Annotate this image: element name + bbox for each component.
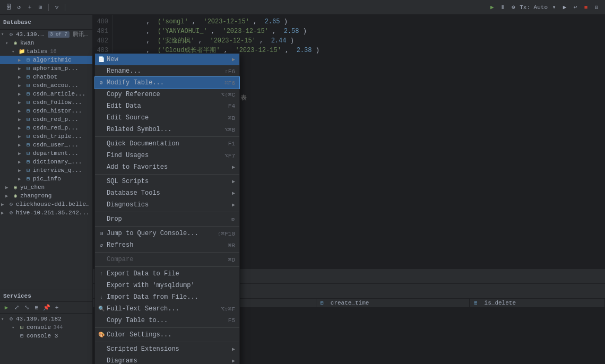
db-icon: ◉ (12, 39, 19, 47)
tx-dropdown-icon[interactable]: ▾ (550, 3, 558, 12)
server-clickhouse[interactable]: ▶ ⊙ clickhouse-ddl.belle... (0, 200, 92, 209)
refresh-icon[interactable]: ↺ (15, 3, 23, 12)
table-csdn-follow[interactable]: ▶ ⊞ csdn_follow... (0, 98, 92, 107)
menu-item-export-mysqldump[interactable]: Export with 'mysqldump' (95, 280, 239, 291)
toolbar-sep2 (65, 4, 65, 11)
services-group-btn[interactable]: ⊞ (32, 304, 41, 312)
menu-item-quick-doc[interactable]: Quick Documentation F1 (95, 138, 239, 150)
table-pic-info[interactable]: ▶ ⊞ pic_info (0, 175, 92, 183)
table-csdn-histor[interactable]: ▶ ⊞ csdn_histor... (0, 107, 92, 115)
debug-icon[interactable]: ⏸ (498, 3, 507, 12)
database-icon[interactable]: 🗄 (4, 3, 13, 12)
tables-group[interactable]: ▾ 📁 tables 16 (0, 47, 92, 56)
console-arrow: ▾ (12, 325, 17, 331)
services-collapse-btn[interactable]: ⤡ (22, 304, 31, 312)
algo-arrow: ▶ (18, 57, 23, 63)
services-server-row[interactable]: ▾ ⊙ 43.139.90.182 (0, 315, 92, 323)
pic-arrow: ▶ (18, 176, 23, 182)
console-label: console (27, 324, 51, 331)
table-icon[interactable]: ⊞ (36, 3, 45, 12)
menu-item-import-file[interactable]: ↓ Import Data from File... (95, 291, 239, 303)
services-pin-btn[interactable]: 📌 (42, 304, 51, 312)
table-interview[interactable]: ▶ ⊞ interview_q... (0, 166, 92, 175)
table-csdn-user[interactable]: ▶ ⊞ csdn_user_... (0, 141, 92, 149)
table-department[interactable]: ▶ ⊞ department... (0, 149, 92, 158)
server-hive[interactable]: ▶ ⊙ hive-10.251.35.242... (0, 209, 92, 217)
menu-sep-5 (95, 252, 239, 253)
settings-icon[interactable]: ⚙ (509, 3, 517, 12)
server-arrow: ▾ (1, 31, 6, 37)
rollback-icon[interactable]: ↩ (571, 3, 580, 12)
menu-db-tools-label: Database Tools (107, 189, 230, 197)
server-ip: 43.139.90.182 (16, 31, 47, 38)
table-algorithmic[interactable]: ▶ ⊞ algorithmic (0, 56, 92, 64)
table-csdn-triple[interactable]: ▶ ⊞ csdn_triple... (0, 132, 92, 141)
menu-item-modify[interactable]: ⚙ Modify Table... ⌘F6 (95, 77, 239, 89)
menu-item-fulltext-search[interactable]: 🔍 Full-Text Search... ⌥⇧⌘F (95, 303, 239, 315)
new-query-icon[interactable]: + (25, 3, 34, 12)
menu-diagnostics-arrow: ▶ (232, 202, 235, 208)
col-is-delete-icon: ⊞ (474, 300, 477, 306)
menu-item-jump-console[interactable]: ⊟ Jump to Query Console... ⇧⌘F10 (95, 228, 239, 239)
menu-item-rename[interactable]: Rename... ⇧F6 (95, 65, 239, 77)
services-expand-btn[interactable]: ⤢ (12, 304, 21, 312)
table-icon-csdnr1: ⊞ (24, 116, 32, 123)
stop-icon[interactable]: ■ (582, 3, 590, 12)
menu-item-export-file[interactable]: ↑ Export Data to File (95, 268, 239, 280)
services-console-row[interactable]: ▾ ⊟ console 344 (0, 323, 92, 332)
menu-refresh-shortcut: ⌘R (228, 242, 235, 249)
menu-item-sql-scripts[interactable]: SQL Scripts ▶ (95, 176, 239, 187)
code-line-481: , ('YANYAOHUI_' , '2023-12-15' , 2.58 ) (119, 27, 599, 36)
menu-diagnostics-label: Diagnostics (107, 201, 230, 209)
table-chatbot[interactable]: ▶ ⊞ chatbot (0, 73, 92, 81)
run-icon[interactable]: ▶ (488, 3, 496, 12)
menu-item-diagnostics[interactable]: Diagnostics ▶ (95, 199, 239, 211)
menu-sql-scripts-arrow: ▶ (232, 178, 235, 185)
commit-icon[interactable]: ▶ (560, 3, 569, 12)
db-yuchen[interactable]: ▶ ◉ yu_chen (0, 183, 92, 192)
menu-sep-4 (95, 226, 239, 227)
menu-new-label: New (107, 56, 230, 63)
menu-rename-shortcut: ⇧F6 (224, 68, 235, 75)
zhangrong-label: zhangrong (20, 193, 51, 199)
menu-item-edit-source[interactable]: Edit Source ⌘B (95, 112, 239, 124)
services-console-sub[interactable]: ⊟ console 3 (0, 332, 92, 340)
table-aphorism[interactable]: ▶ ⊞ aphorism_p... (0, 64, 92, 73)
menu-item-edit-data[interactable]: Edit Data F4 (95, 100, 239, 112)
services-run-btn[interactable]: ▶ (2, 304, 11, 312)
menu-item-refresh[interactable]: ↺ Refresh ⌘R (95, 239, 239, 251)
str-date481: '2023-12-15' (222, 28, 268, 35)
menu-export-mysqldump-label: Export with 'mysqldump' (107, 282, 235, 289)
menu-item-find-usages[interactable]: Find Usages ⌥F7 (95, 150, 239, 161)
table-csdn-accou[interactable]: ▶ ⊞ csdn_accou... (0, 81, 92, 90)
table-dictionary[interactable]: ▶ ⊞ dictionary_... (0, 158, 92, 166)
csdna-arrow: ▶ (18, 83, 23, 89)
table-csdn-red2[interactable]: ▶ ⊞ csdn_red_p... (0, 124, 92, 132)
csdnar-label: csdn_article... (33, 91, 85, 97)
menu-item-scripted-ext[interactable]: Scripted Extensions ▶ (95, 343, 239, 355)
menu-item-drop[interactable]: Drop ⌦ (95, 213, 239, 225)
menu-item-copy-ref[interactable]: Copy Reference ⌥⇧⌘C (95, 89, 239, 100)
sidebar-title: Database (3, 19, 31, 25)
menu-sql-scripts-label: SQL Scripts (107, 178, 230, 185)
table-csdn-article[interactable]: ▶ ⊞ csdn_article... (0, 90, 92, 98)
str-yanyaohui: ('YANYAOHUI_' (158, 28, 208, 35)
menu-item-new[interactable]: 📄 New ▶ (95, 54, 239, 65)
server-row[interactable]: ▾ ⊙ 43.139.90.182 3 of 7 腾讯服务器 (0, 30, 92, 39)
menu-item-db-tools[interactable]: Database Tools ▶ (95, 187, 239, 199)
services-add-btn[interactable]: + (53, 304, 61, 312)
db-zhangrong[interactable]: ▶ ◉ zhangrong (0, 192, 92, 200)
menu-edit-data-shortcut: F4 (228, 103, 235, 109)
punct-482c: , (260, 37, 267, 45)
csdnf-arrow: ▶ (18, 100, 23, 106)
menu-item-diagrams[interactable]: Diagrams ▶ (95, 355, 239, 364)
menu-item-favorites[interactable]: Add to Favorites ▶ (95, 161, 239, 173)
console-icon[interactable]: ⊟ (592, 3, 601, 12)
filter-icon[interactable]: ▽ (53, 3, 61, 12)
menu-item-related[interactable]: Related Symbol... ⌥⌘B (95, 124, 239, 135)
import-file-icon: ↓ (98, 293, 105, 301)
menu-item-copy-table[interactable]: Copy Table to... F5 (95, 315, 239, 326)
db-kwan[interactable]: ▾ ◉ kwan (0, 39, 92, 47)
menu-item-color-settings[interactable]: 🎨 Color Settings... (95, 329, 239, 341)
table-csdn-red1[interactable]: ▶ ⊞ csdn_red_p... (0, 115, 92, 124)
